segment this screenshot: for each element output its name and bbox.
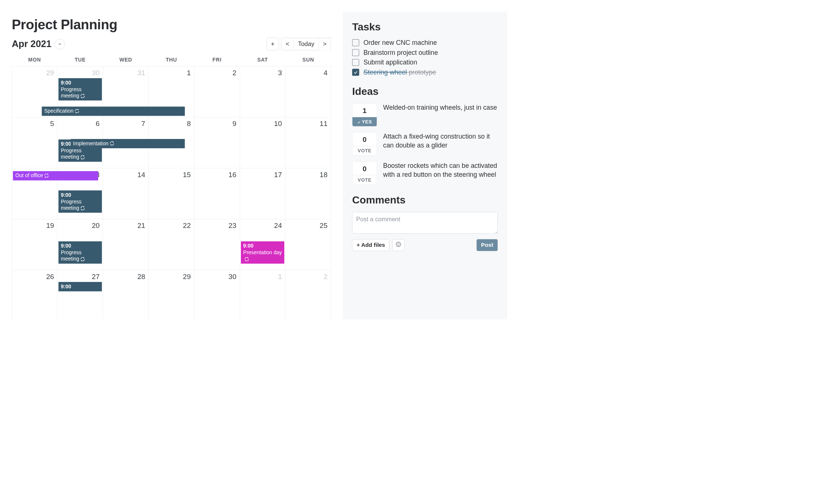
post-button[interactable]: Post <box>477 239 498 251</box>
day-number: 2 <box>194 68 239 78</box>
calendar-event-bar[interactable]: Out of office <box>13 171 98 180</box>
day-cell[interactable]: 5 <box>12 117 57 168</box>
idea-item: 0VOTEAttach a fixed-wing construction so… <box>352 132 498 156</box>
calendar-event[interactable]: 9:00Progress meeting <box>59 78 102 100</box>
weekday-header: MONTUEWEDTHUFRISATSUN <box>12 53 331 66</box>
day-number: 1 <box>149 68 194 78</box>
add-files-button[interactable]: + Add files <box>352 239 389 251</box>
vote-button[interactable]: VOTE <box>352 146 377 155</box>
day-cell[interactable]: 17 <box>240 168 285 219</box>
day-cell[interactable]: 25 <box>285 219 331 270</box>
comment-input[interactable] <box>352 212 498 233</box>
calendar-event[interactable]: 9:00Presentation day <box>241 241 284 263</box>
calendar-event[interactable]: 9:00Progress meeting <box>59 241 102 263</box>
chevron-down-icon <box>58 42 62 46</box>
task-checkbox[interactable] <box>352 49 359 56</box>
day-cell[interactable]: 2 <box>285 270 331 319</box>
weekday-label: TUE <box>57 53 103 66</box>
today-button[interactable]: Today <box>294 38 319 50</box>
task-checkbox[interactable] <box>352 39 359 46</box>
day-number: 29 <box>149 272 194 282</box>
day-number: 9 <box>194 119 239 129</box>
day-cell[interactable]: 16 <box>194 168 240 219</box>
vote-count: 0 <box>352 132 377 146</box>
svg-point-1 <box>398 244 398 244</box>
day-number: 5 <box>12 119 57 129</box>
vote-button[interactable]: YES <box>352 117 377 126</box>
day-number: 26 <box>12 272 57 282</box>
day-number: 1 <box>240 272 285 282</box>
weekday-label: MON <box>12 53 57 66</box>
day-cell[interactable]: 14 <box>103 168 149 219</box>
day-cell[interactable]: 4 <box>285 66 331 117</box>
vote-button[interactable]: VOTE <box>352 175 377 185</box>
prev-button[interactable]: < <box>281 38 294 50</box>
recurring-icon <box>44 173 49 178</box>
day-number: 31 <box>103 68 148 78</box>
day-number: 14 <box>103 170 148 180</box>
day-number: 15 <box>149 170 194 180</box>
day-cell[interactable]: 22 <box>149 219 194 270</box>
day-number: 16 <box>194 170 239 180</box>
day-cell[interactable]: 279:00 <box>57 270 103 319</box>
next-button[interactable]: > <box>319 38 331 50</box>
task-item[interactable]: Brainstorm project outline <box>352 49 498 56</box>
day-cell[interactable]: 3 <box>240 66 285 117</box>
day-cell[interactable]: 10 <box>240 117 285 168</box>
day-number: 29 <box>12 68 57 78</box>
month-label: Apr 2021 <box>12 39 65 50</box>
day-number: 2 <box>285 272 331 282</box>
task-checkbox[interactable] <box>352 59 359 66</box>
svg-point-0 <box>396 242 401 246</box>
day-cell[interactable]: 19 <box>12 219 57 270</box>
task-link[interactable]: Steering wheel <box>364 69 407 76</box>
day-number: 3 <box>240 68 285 78</box>
page-title: Project Planning <box>12 16 331 32</box>
task-checkbox[interactable] <box>352 69 359 76</box>
day-cell[interactable]: 23 <box>194 219 240 270</box>
add-event-button[interactable]: + <box>266 38 279 50</box>
weekday-label: THU <box>149 53 194 66</box>
task-label: Submit application <box>364 59 417 66</box>
day-cell[interactable]: 9 <box>194 117 240 168</box>
recurring-icon <box>109 141 115 146</box>
day-cell[interactable]: 18 <box>285 168 331 219</box>
day-cell[interactable]: 21 <box>103 219 149 270</box>
day-number: 27 <box>57 272 103 282</box>
day-cell[interactable]: 30 <box>194 270 240 319</box>
calendar-event-bar[interactable]: Implementation <box>71 139 185 148</box>
sidebar: Tasks Order new CNC machineBrainstorm pr… <box>343 12 507 319</box>
day-cell[interactable]: 249:00Presentation day <box>240 219 285 270</box>
day-cell[interactable]: 26 <box>12 270 57 319</box>
task-label: Order new CNC machine <box>364 39 437 46</box>
calendar-panel: Project Planning Apr 2021 + < Today > MO… <box>12 12 331 319</box>
calendar-grid: 29309:00Progress meeting311234569:00Prog… <box>12 66 331 319</box>
recurring-icon <box>80 93 85 99</box>
calendar-event[interactable]: 9:00Progress meeting <box>59 190 102 213</box>
weekday-label: SUN <box>285 53 331 66</box>
day-cell[interactable]: 2 <box>194 66 240 117</box>
day-cell[interactable]: 29 <box>149 270 194 319</box>
month-picker-button[interactable] <box>55 39 65 49</box>
day-number: 21 <box>103 220 148 231</box>
calendar-event[interactable]: 9:00 <box>59 282 102 291</box>
day-number: 11 <box>285 119 331 129</box>
tasks-heading: Tasks <box>352 21 498 33</box>
task-item[interactable]: Steering wheel prototype <box>352 69 498 76</box>
day-number: 7 <box>103 119 148 129</box>
ideas-heading: Ideas <box>352 86 498 97</box>
task-label: Steering wheel prototype <box>364 69 436 76</box>
day-cell[interactable]: 209:00Progress meeting <box>57 219 103 270</box>
task-item[interactable]: Submit application <box>352 59 498 66</box>
day-number: 18 <box>285 170 331 180</box>
emoji-button[interactable] <box>392 239 405 251</box>
calendar-event-bar[interactable]: Specification <box>42 107 185 116</box>
recurring-icon <box>80 257 85 262</box>
smiley-icon <box>395 241 401 247</box>
task-item[interactable]: Order new CNC machine <box>352 39 498 46</box>
weekday-label: SAT <box>240 53 285 66</box>
day-cell[interactable]: 11 <box>285 117 331 168</box>
day-cell[interactable]: 28 <box>103 270 149 319</box>
day-cell[interactable]: 15 <box>149 168 194 219</box>
day-cell[interactable]: 1 <box>240 270 285 319</box>
